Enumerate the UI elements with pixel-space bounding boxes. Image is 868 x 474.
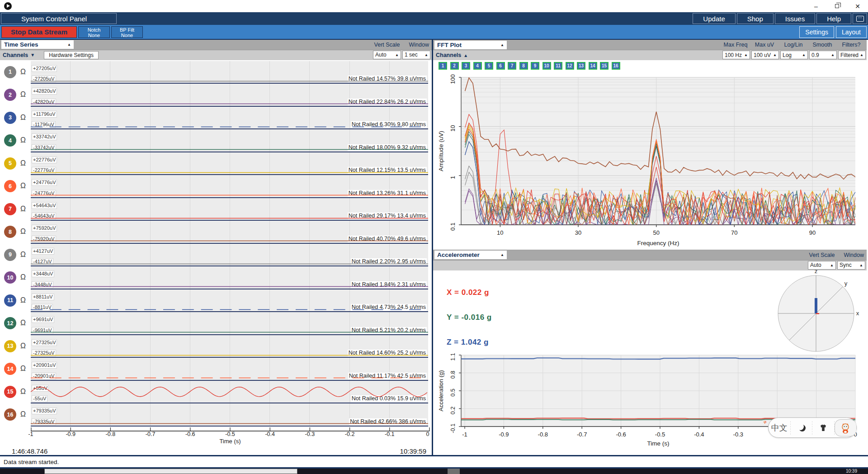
- restore-icon[interactable]: [826, 0, 847, 12]
- ime-skin-button[interactable]: [812, 421, 835, 435]
- channel-trace: [31, 175, 428, 197]
- channel-plot: +4127uV-4127uVNot Railed 2.20% 2.95 uVrm…: [31, 244, 428, 267]
- layout-button[interactable]: Layout: [836, 26, 867, 38]
- fft-log-lin-dropdown[interactable]: Log▲: [780, 51, 808, 59]
- time-series-channel-row: 1Ω+27205uV-27205uVNot Railed 14.57% 39.8…: [0, 61, 432, 84]
- fft-channel-button[interactable]: 16: [612, 62, 620, 70]
- fft-channel-button[interactable]: 8: [519, 62, 528, 70]
- impedance-button[interactable]: Ω: [20, 365, 26, 373]
- channel-badge[interactable]: 5: [4, 157, 16, 170]
- taskbar-window-thumb[interactable]: [44, 469, 297, 474]
- fft-channel-button[interactable]: 13: [577, 62, 585, 70]
- channel-badge[interactable]: 13: [4, 340, 16, 352]
- accel-readout-y: Y = -0.016 g: [447, 313, 492, 322]
- chevron-up-icon: ▲: [773, 53, 777, 57]
- fft-max-freq-dropdown[interactable]: 100 Hz▲: [722, 51, 750, 59]
- widget-title: Time Series: [4, 41, 38, 48]
- vert-scale-label: Vert Scale: [374, 42, 400, 48]
- channel-plot: +20901uV-20901uVNot Railed 11.17% 42.5 u…: [31, 358, 428, 381]
- vert-scale-dropdown[interactable]: Auto ▲: [373, 51, 401, 59]
- channel-badge[interactable]: 15: [4, 386, 16, 398]
- ime-dark-mode-button[interactable]: [791, 421, 813, 435]
- channel-badge[interactable]: 10: [4, 271, 16, 284]
- fft-channel-button[interactable]: 6: [496, 62, 505, 70]
- channel-badge[interactable]: 14: [4, 363, 16, 375]
- x-tick-label: -0.1: [385, 431, 395, 437]
- channel-badge[interactable]: 2: [4, 89, 16, 101]
- channels-label[interactable]: Channels: [3, 52, 28, 58]
- channel-badge[interactable]: 6: [4, 180, 16, 192]
- impedance-button[interactable]: Ω: [20, 388, 26, 396]
- channel-badge[interactable]: 7: [4, 203, 16, 215]
- fft-channel-button[interactable]: 5: [485, 62, 493, 70]
- fft-plot-canvas: 10305070901001010.1Amplitude (uV)Frequen…: [435, 72, 865, 250]
- chevron-up-icon: ▲: [859, 263, 863, 267]
- fft-channel-button[interactable]: 7: [508, 62, 516, 70]
- help-button[interactable]: Help: [816, 13, 851, 24]
- shop-button[interactable]: Shop: [737, 13, 774, 24]
- ime-mascot-button[interactable]: [835, 419, 857, 436]
- channel-badge[interactable]: 9: [4, 249, 16, 261]
- impedance-button[interactable]: Ω: [20, 319, 26, 327]
- notch-label: Notch: [79, 27, 109, 33]
- channel-trace: [31, 84, 428, 106]
- channel-trace: [31, 335, 428, 357]
- impedance-button[interactable]: Ω: [20, 205, 26, 213]
- fft-channel-button[interactable]: 12: [566, 62, 574, 70]
- impedance-button[interactable]: Ω: [20, 410, 26, 418]
- fft-channel-button[interactable]: 10: [542, 62, 551, 70]
- settings-button[interactable]: Settings: [799, 26, 834, 38]
- impedance-button[interactable]: Ω: [20, 342, 26, 350]
- fft-channel-button[interactable]: 2: [450, 62, 459, 70]
- stop-data-stream-button[interactable]: Stop Data Stream: [1, 26, 77, 38]
- fft-channel-button[interactable]: 9: [531, 62, 539, 70]
- channel-plot: +8811uV-8811uVNot Railed 4.73% 24.5 uVrm…: [31, 289, 428, 313]
- fft-smooth-dropdown[interactable]: 0.9▲: [809, 51, 837, 59]
- impedance-button[interactable]: Ω: [20, 251, 26, 259]
- ime-language-button[interactable]: 中文: [769, 421, 791, 435]
- ime-toolbar[interactable]: 中文: [768, 417, 857, 438]
- taskbar-tray-item[interactable]: [448, 469, 460, 474]
- fft-channel-button[interactable]: 4: [473, 62, 482, 70]
- impedance-button[interactable]: Ω: [20, 228, 26, 236]
- channel-badge[interactable]: 8: [4, 226, 16, 238]
- chevron-up-icon: ▲: [500, 253, 504, 257]
- fft-channel-button[interactable]: 3: [462, 62, 470, 70]
- channel-badge[interactable]: 11: [4, 294, 16, 307]
- fft-widget-selector[interactable]: FFT Plot ▲: [434, 41, 507, 49]
- impedance-button[interactable]: Ω: [20, 296, 26, 304]
- impedance-button[interactable]: Ω: [20, 273, 26, 281]
- fft-channel-button[interactable]: 1: [439, 62, 447, 70]
- impedance-button[interactable]: Ω: [20, 136, 26, 144]
- fft-channel-button[interactable]: 11: [554, 62, 562, 70]
- channel-badge[interactable]: 12: [4, 317, 16, 329]
- fft-channels-label[interactable]: Channels: [436, 52, 461, 58]
- impedance-button[interactable]: Ω: [20, 68, 26, 76]
- fft-channel-button[interactable]: 15: [600, 62, 609, 70]
- notch-filter-button[interactable]: Notch None: [78, 26, 110, 38]
- channel-badge[interactable]: 3: [4, 112, 16, 124]
- accelerometer-widget-selector[interactable]: Accelerometer ▲: [434, 251, 507, 259]
- impedance-button[interactable]: Ω: [20, 159, 26, 167]
- fft-filters--dropdown[interactable]: Filtered▲: [838, 51, 866, 59]
- close-icon[interactable]: ✕: [847, 0, 868, 12]
- time-series-channel-row: 6Ω+24776uV-24776uVNot Railed 13.26% 31.1…: [0, 175, 432, 198]
- channel-badge[interactable]: 16: [4, 408, 16, 421]
- channel-badge[interactable]: 1: [4, 66, 16, 78]
- window-dropdown[interactable]: 1 sec ▲: [402, 51, 430, 59]
- fft-control-label: Max Freq: [721, 42, 750, 48]
- channel-badge[interactable]: 4: [4, 134, 16, 147]
- fft-max-uv-dropdown[interactable]: 100 uV▲: [751, 51, 779, 59]
- update-button[interactable]: Update: [693, 13, 735, 24]
- impedance-button[interactable]: Ω: [20, 90, 26, 99]
- svg-text:30: 30: [575, 229, 581, 236]
- minimize-icon[interactable]: –: [806, 0, 826, 12]
- time-series-widget-selector[interactable]: Time Series ▲: [1, 40, 74, 49]
- impedance-button[interactable]: Ω: [20, 114, 26, 122]
- hardware-settings-button[interactable]: Hardware Settings: [44, 51, 99, 59]
- bandpass-filter-button[interactable]: BP Filt None: [111, 26, 143, 38]
- fft-channel-button[interactable]: 14: [589, 62, 597, 70]
- impedance-button[interactable]: Ω: [20, 182, 26, 190]
- console-button[interactable]: [853, 13, 867, 24]
- issues-button[interactable]: Issues: [775, 13, 815, 24]
